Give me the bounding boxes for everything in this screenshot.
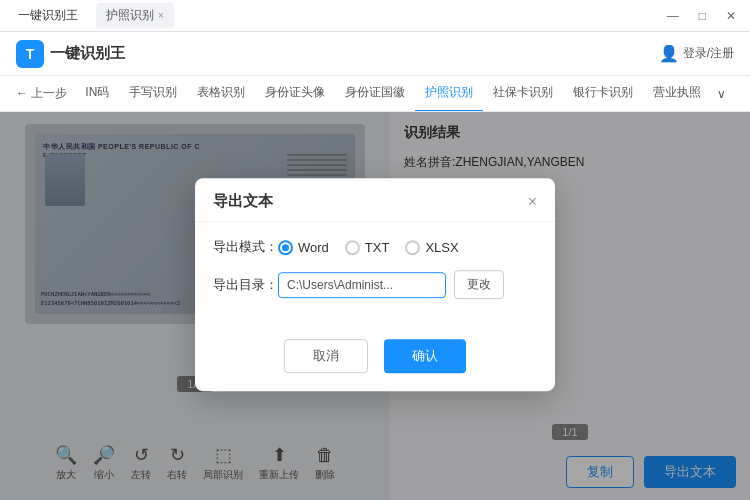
header: T 一键识别王 👤 登录/注册 (0, 32, 750, 76)
close-button[interactable]: ✕ (720, 7, 742, 25)
main-area: 中华人民共和国 PEOPLE'S REPUBLIC OF C E-PASSPOR… (0, 112, 750, 500)
window-controls: — □ ✕ (661, 7, 742, 25)
nav-item-business[interactable]: 营业执照 (643, 76, 711, 112)
app-name: 一键识别王 (50, 44, 125, 63)
dialog-body: 导出模式： Word TXT XLSX (195, 222, 555, 329)
radio-txt[interactable]: TXT (345, 240, 390, 255)
radio-word-dot (282, 244, 289, 251)
nav-item-inma[interactable]: IN码 (75, 76, 119, 112)
second-tab-label: 护照识别 (106, 7, 154, 24)
tab-close-icon[interactable]: × (158, 10, 164, 21)
export-dialog: 导出文本 × 导出模式： Word TXT (195, 178, 555, 391)
maximize-button[interactable]: □ (693, 7, 712, 25)
radio-xlsx-label: XLSX (425, 240, 458, 255)
radio-txt-label: TXT (365, 240, 390, 255)
dialog-header: 导出文本 × (195, 178, 555, 222)
nav-bar: ← 上一步 IN码 手写识别 表格识别 身份证头像 身份证国徽 护照识别 社保卡… (0, 76, 750, 112)
app-tab-label: 一键识别王 (18, 7, 78, 24)
app-logo: T (16, 40, 44, 68)
title-bar: 一键识别王 护照识别 × — □ ✕ (0, 0, 750, 32)
nav-item-handwriting[interactable]: 手写识别 (119, 76, 187, 112)
radio-xlsx[interactable]: XLSX (405, 240, 458, 255)
nav-item-table[interactable]: 表格识别 (187, 76, 255, 112)
dialog-title: 导出文本 (213, 192, 273, 211)
export-mode-label: 导出模式： (213, 238, 278, 256)
export-dir-label: 导出目录： (213, 276, 278, 294)
user-icon: 👤 (659, 44, 679, 63)
export-mode-row: 导出模式： Word TXT XLSX (213, 238, 537, 256)
nav-item-idface[interactable]: 身份证头像 (255, 76, 335, 112)
second-tab[interactable]: 护照识别 × (96, 3, 174, 28)
nav-item-passport[interactable]: 护照识别 (415, 76, 483, 112)
dialog-close-button[interactable]: × (528, 193, 537, 211)
radio-xlsx-circle (405, 240, 420, 255)
export-mode-options: Word TXT XLSX (278, 240, 459, 255)
back-button[interactable]: ← 上一步 (8, 85, 75, 102)
login-button[interactable]: 👤 登录/注册 (659, 44, 734, 63)
login-label: 登录/注册 (683, 45, 734, 62)
header-left: T 一键识别王 (16, 40, 125, 68)
title-bar-left: 一键识别王 护照识别 × (8, 3, 174, 28)
cancel-button[interactable]: 取消 (284, 339, 368, 373)
confirm-button[interactable]: 确认 (384, 339, 466, 373)
app-tab[interactable]: 一键识别王 (8, 3, 88, 28)
change-path-button[interactable]: 更改 (454, 270, 504, 299)
radio-word-label: Word (298, 240, 329, 255)
nav-item-idback[interactable]: 身份证国徽 (335, 76, 415, 112)
radio-word[interactable]: Word (278, 240, 329, 255)
nav-item-social[interactable]: 社保卡识别 (483, 76, 563, 112)
path-row: 更改 (278, 270, 504, 299)
dialog-footer: 取消 确认 (195, 329, 555, 391)
export-dir-row: 导出目录： 更改 (213, 270, 537, 299)
nav-item-bank[interactable]: 银行卡识别 (563, 76, 643, 112)
minimize-button[interactable]: — (661, 7, 685, 25)
radio-word-circle (278, 240, 293, 255)
back-label: ← 上一步 (16, 85, 67, 102)
radio-txt-circle (345, 240, 360, 255)
nav-more-button[interactable]: ∨ (711, 87, 732, 101)
path-input[interactable] (278, 272, 446, 298)
